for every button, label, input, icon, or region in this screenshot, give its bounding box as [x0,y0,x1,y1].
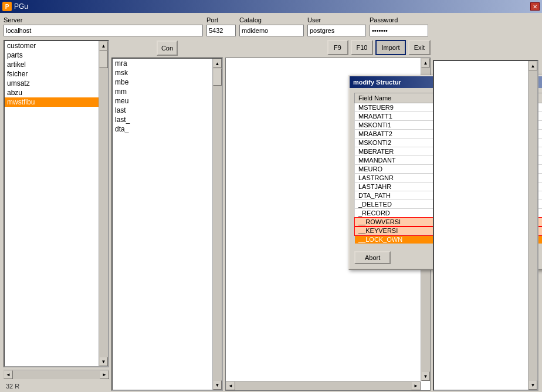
exit-button[interactable]: Exit [408,40,431,55]
scroll-up-arrow[interactable]: ▲ [213,59,222,68]
server-label: Server [4,16,203,23]
password-label: Password [370,16,428,23]
title-bar: P PGu ✕ [0,0,542,13]
modal-title: modify Structur [353,79,401,86]
left-list-scrollbar[interactable]: ▲ ▼ [99,41,108,366]
list-item[interactable]: mra [113,59,212,68]
left-hscroll: ◄ ► [4,370,109,379]
list-item[interactable]: fsicher [5,69,99,79]
catalog-input[interactable] [239,25,304,36]
scroll-up-arrow[interactable]: ▲ [99,41,108,50]
scroll-down-arrow[interactable]: ▼ [529,380,537,390]
middle-list-items: mra msk mbe mm meu last last_ dta_ [113,59,212,390]
panel-b: Con mra msk mbe mm meu last last_ dta_ ▲ [111,40,223,391]
panel-a: customer parts artikel fsicher umsatz ab… [4,40,109,391]
hscroll-track [235,381,411,390]
scroll-track [99,50,108,357]
list-item[interactable]: last [113,106,212,115]
top-bar: Server Port Catalog User Password [4,16,538,36]
panel-d: ▲ ▼ [433,40,538,391]
right-vscroll-bar: ▲ ▼ [528,61,537,390]
f9-button[interactable]: F9 [327,40,348,55]
f10-button[interactable]: F10 [351,40,374,55]
list-item[interactable]: mbe [113,77,212,87]
right-list: ▲ ▼ [433,60,538,391]
right-list-content [434,61,528,390]
left-list-items: customer parts artikel fsicher umsatz ab… [5,41,99,366]
middle-list: mra msk mbe mm meu last last_ dta_ ▲ ▼ [111,58,223,391]
list-item[interactable]: dta_ [113,124,212,134]
user-label: User [307,16,366,23]
conn-button[interactable]: Con [157,40,178,56]
catalog-label: Catalog [239,16,304,23]
scroll-up-arrow[interactable]: ▲ [529,61,537,70]
left-hscroll-bar: ◄ ► [4,370,109,379]
port-label: Port [206,16,236,23]
hscroll-right[interactable]: ► [411,381,421,390]
right-content-area: ▲ ▼ ◄ ► [225,58,431,391]
bottom-hscroll-bar: ◄ ► [226,381,421,390]
app-icon: P [2,2,12,11]
port-input[interactable] [206,25,236,36]
list-item-selected[interactable]: mwstfibu [5,97,99,107]
bottom-hscroll: ◄ ► [226,381,421,390]
password-input[interactable] [370,25,428,36]
scroll-down-arrow[interactable]: ▼ [213,380,222,390]
hscroll-left[interactable]: ◄ [226,381,235,390]
scroll-track [213,68,222,380]
scroll-up-arrow[interactable]: ▲ [421,58,430,67]
middle-list-scrollbar[interactable]: ▲ ▼ [212,59,222,390]
server-input[interactable] [4,25,203,36]
main-window: Server Port Catalog User Password custom… [0,13,542,392]
list-item[interactable]: customer [5,41,99,50]
list-item[interactable]: parts [5,50,99,60]
list-item[interactable]: msk [113,68,212,77]
scroll-down-arrow[interactable]: ▼ [99,357,108,366]
close-button[interactable]: ✕ [530,2,540,11]
catalog-group: Catalog [239,16,304,36]
toolbar-row: F9 F10 Import Exit [225,40,431,55]
list-item[interactable]: last_ [113,115,212,124]
list-item[interactable]: mm [113,87,212,96]
left-list: customer parts artikel fsicher umsatz ab… [4,40,109,367]
port-group: Port [206,16,236,36]
hscroll-right[interactable]: ► [100,370,109,379]
scroll-track [529,70,537,380]
abort-button[interactable]: Abort [354,251,391,264]
list-item[interactable]: meu [113,96,212,106]
user-group: User [307,16,366,36]
server-group: Server [4,16,203,36]
hscroll-left[interactable]: ◄ [4,370,13,379]
import-button[interactable]: Import [375,40,405,55]
user-input[interactable] [307,25,366,36]
hscroll-track [13,370,100,379]
status-text: 32 R [4,381,109,391]
scroll-thumb[interactable] [213,68,222,86]
password-group: Password [370,16,428,36]
full-layout: customer parts artikel fsicher umsatz ab… [4,40,538,391]
scroll-down-arrow[interactable]: ▼ [421,371,430,381]
list-item[interactable]: abzu [5,88,99,97]
scroll-thumb[interactable] [99,50,108,68]
app-title: PGu [14,2,28,11]
panel-c: F9 F10 Import Exit ▲ ▼ [225,40,431,391]
list-item[interactable]: umsatz [5,79,99,88]
list-item[interactable]: artikel [5,60,99,69]
